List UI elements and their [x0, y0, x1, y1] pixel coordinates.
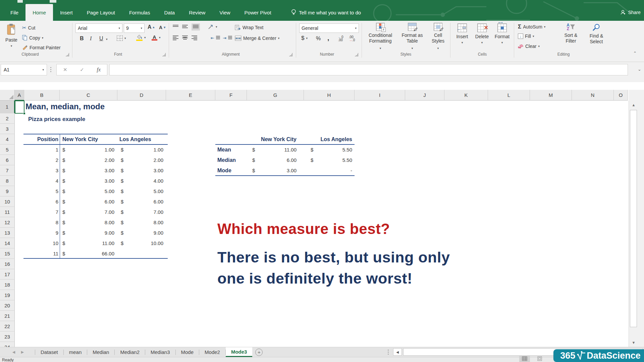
conditional-formatting-button[interactable]: ≠ Conditional Formatting ▾ — [365, 23, 396, 51]
table1-nyc-value[interactable]: 6.00 — [70, 196, 114, 207]
bottom-align-button[interactable] — [192, 23, 200, 31]
row-header-24[interactable]: 24 — [0, 342, 15, 347]
fill-handle[interactable] — [23, 112, 25, 115]
tell-me-box[interactable]: Tell me what you want to do — [291, 4, 361, 21]
row-header-3[interactable]: 3 — [0, 124, 15, 134]
select-all-corner[interactable] — [0, 90, 15, 101]
copy-button[interactable]: Copy ▾ — [22, 35, 43, 41]
fill-color-button[interactable]: ▾ — [136, 34, 146, 41]
italic-button[interactable]: I — [90, 36, 92, 42]
column-header-C[interactable]: C — [60, 90, 117, 101]
normal-view-button[interactable] — [519, 355, 530, 362]
table1-la-value[interactable]: 3.00 — [127, 165, 163, 176]
table1-la-value[interactable]: 9.00 — [127, 228, 163, 238]
row-header-7[interactable]: 7 — [0, 165, 15, 176]
comma-style-button[interactable]: , — [327, 34, 329, 42]
ribbon-tab-data[interactable]: Data — [157, 4, 182, 21]
table1-nyc-value[interactable]: 5.00 — [70, 186, 114, 196]
ribbon-tab-page-layout[interactable]: Page Layout — [80, 4, 122, 21]
ribbon-tab-view[interactable]: View — [212, 4, 237, 21]
column-header-L[interactable]: L — [488, 90, 530, 101]
stats-nyc-value[interactable]: 11.00 — [262, 144, 297, 155]
table1-position[interactable]: 8 — [26, 217, 58, 228]
scroll-down-icon[interactable]: ▼ — [629, 338, 638, 347]
row-header-12[interactable]: 12 — [0, 217, 15, 228]
table1-nyc-value[interactable]: 66.00 — [70, 248, 114, 259]
row-header-17[interactable]: 17 — [0, 269, 15, 280]
table1-position[interactable]: 5 — [26, 186, 58, 196]
quick-access-save-icon[interactable] — [17, 0, 23, 3]
font-name-select[interactable]: Arial ▾ — [75, 23, 122, 33]
insert-function-button[interactable]: fx — [97, 67, 101, 73]
formula-bar-grip[interactable] — [50, 67, 51, 72]
table1-nyc-value[interactable]: 8.00 — [70, 217, 114, 228]
table1-nyc-value[interactable]: 9.00 — [70, 228, 114, 238]
row-header-6[interactable]: 6 — [0, 155, 15, 165]
table1-header-la[interactable]: Los Angeles — [119, 134, 151, 144]
stats-nyc-value[interactable]: 3.00 — [262, 165, 297, 176]
column-header-F[interactable]: F — [215, 90, 247, 101]
tabbar-grip[interactable] — [388, 350, 389, 355]
table1-la-value[interactable]: 6.00 — [127, 196, 163, 207]
table1-la-value[interactable]: 1.00 — [127, 144, 163, 155]
stats-header-la[interactable]: Los Angeles — [307, 134, 352, 144]
cancel-button[interactable]: ✕ — [63, 67, 67, 73]
font-size-select[interactable]: 9 ▾ — [124, 23, 145, 33]
column-header-D[interactable]: D — [117, 90, 166, 101]
row-header-13[interactable]: 13 — [0, 228, 15, 238]
column-header-I[interactable]: I — [355, 90, 405, 101]
orientation-button[interactable]: ▾ — [208, 24, 217, 29]
row-header-10[interactable]: 10 — [0, 196, 15, 207]
share-button[interactable]: Share — [620, 4, 641, 21]
ribbon-tab-review[interactable]: Review — [182, 4, 212, 21]
sheet-nav-left-icon[interactable]: ◀ — [9, 347, 18, 357]
autosum-button[interactable]: Σ AutoSum ▾ — [518, 23, 545, 30]
table1-position[interactable]: 9 — [26, 228, 58, 238]
enter-button[interactable]: ✓ — [80, 67, 84, 73]
answer-text[interactable]: There is no best, but using only one is … — [217, 247, 450, 289]
table1-la-value[interactable]: 10.00 — [127, 238, 163, 248]
left-align-button[interactable] — [173, 36, 178, 40]
center-align-button[interactable] — [182, 36, 188, 40]
stats-la-value[interactable]: - — [319, 165, 352, 176]
row-header-22[interactable]: 22 — [0, 321, 15, 331]
row-header-16[interactable]: 16 — [0, 259, 15, 269]
increase-indent-button[interactable]: ⇥ — [223, 36, 232, 41]
new-sheet-button[interactable]: + — [252, 347, 266, 357]
table1-nyc-value[interactable]: 1.00 — [70, 144, 114, 155]
increase-decimal-button[interactable]: ←0.00 — [338, 36, 343, 42]
stats-la-value[interactable]: 5.50 — [319, 144, 352, 155]
cut-button[interactable]: ✂ Cut — [22, 25, 35, 31]
ribbon-tab-file[interactable]: File — [3, 4, 25, 21]
row-header-15[interactable]: 15 — [0, 248, 15, 259]
format-as-table-button[interactable]: 🖉 Format as Table ▾ — [398, 23, 427, 51]
table1-nyc-value[interactable]: 3.00 — [70, 176, 114, 186]
sheet-tab-mode3[interactable]: Mode3 — [226, 347, 253, 357]
vertical-scroll-thumb[interactable] — [630, 110, 637, 327]
column-header-J[interactable]: J — [405, 90, 444, 101]
collapse-ribbon-button[interactable]: ⌃ — [633, 51, 637, 56]
bold-button[interactable]: B — [80, 36, 84, 42]
font-dialog-launcher[interactable] — [162, 53, 166, 56]
underline-caret-icon[interactable]: ▾ — [106, 38, 108, 41]
column-header-K[interactable]: K — [444, 90, 488, 101]
column-header-E[interactable]: E — [166, 90, 215, 101]
sheet-tab-dataset[interactable]: Dataset — [35, 347, 63, 357]
sort-filter-button[interactable]: AZ Sort & Filter — [559, 23, 583, 44]
table1-nyc-value[interactable]: 11.00 — [70, 238, 114, 248]
format-painter-button[interactable]: Format Painter — [22, 45, 61, 50]
cell-title[interactable]: Mean, median, mode — [25, 102, 105, 111]
table1-nyc-value[interactable]: 3.00 — [70, 165, 114, 176]
column-header-H[interactable]: H — [304, 90, 355, 101]
row-header-4[interactable]: 4 — [0, 134, 15, 144]
column-header-N[interactable]: N — [572, 90, 614, 101]
row-header-14[interactable]: 14 — [0, 238, 15, 248]
table1-position[interactable]: 7 — [26, 207, 58, 217]
stats-label[interactable]: Mode — [217, 165, 231, 176]
sheet-tab-median[interactable]: Median — [87, 347, 114, 357]
row-header-8[interactable]: 8 — [0, 176, 15, 186]
sheet-nav-right-icon[interactable]: ▶ — [18, 347, 27, 357]
formula-input[interactable] — [109, 64, 628, 75]
delete-cells-button[interactable]: ✕ Delete ▾ — [473, 23, 491, 44]
row-header-18[interactable]: 18 — [0, 280, 15, 290]
